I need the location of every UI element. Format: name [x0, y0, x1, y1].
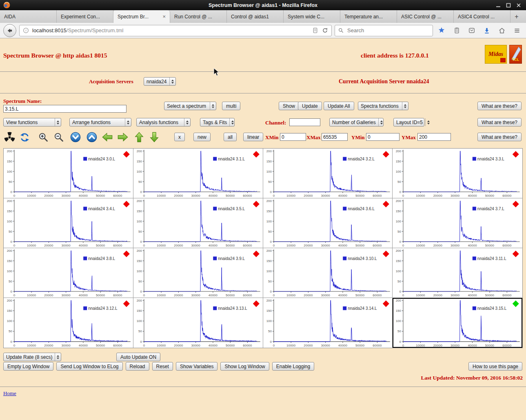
- view-functions-dropdown[interactable]: View functions: [3, 118, 61, 127]
- layout-id-dropdown[interactable]: Layout ID=5: [393, 118, 424, 127]
- tab-close-icon[interactable]: ×: [162, 14, 166, 19]
- bookmark-star-button[interactable]: [437, 26, 446, 36]
- multi-button[interactable]: multi: [222, 102, 240, 110]
- what-are-these-button-3[interactable]: What are these?: [477, 133, 522, 141]
- arrow-right-button[interactable]: [117, 131, 129, 143]
- browser-tab[interactable]: Temperature an...: [340, 10, 397, 23]
- pocket-button[interactable]: [467, 26, 477, 36]
- spectrum-panel[interactable]: 0501001502000100002000030000400005000060…: [393, 248, 522, 298]
- acquisition-server-select[interactable]: nnaida24: [144, 77, 176, 86]
- channel-input[interactable]: [289, 118, 320, 126]
- minimize-button[interactable]: [496, 3, 501, 8]
- analysis-functions-label: Analysis functions: [139, 120, 178, 125]
- back-button[interactable]: [3, 24, 16, 37]
- arrow-up-button[interactable]: [133, 131, 145, 143]
- spectrum-panel[interactable]: 0501001502000100002000030000400005000060…: [263, 198, 393, 248]
- what-are-these-button-1[interactable]: What are these?: [477, 102, 522, 110]
- spectrum-panel[interactable]: 0501001502000100002000030000400005000060…: [393, 149, 522, 198]
- send-log-window-to-elog-button[interactable]: Send Log Window to ELog: [56, 362, 122, 371]
- show-button[interactable]: Show: [279, 102, 299, 110]
- xmax-input[interactable]: [322, 133, 348, 141]
- analysis-functions-dropdown[interactable]: Analysis functions: [136, 118, 191, 127]
- spectrum-panel[interactable]: 0501001502000100002000030000400005000060…: [4, 198, 133, 248]
- show-variables-button[interactable]: Show Variables: [176, 362, 218, 371]
- legend-swatch: [473, 257, 476, 260]
- url-bar[interactable]: i localhost:8015/Spectrum/Spectrum.tml: [19, 25, 332, 36]
- svg-text:30000: 30000: [321, 244, 330, 247]
- spectrum-panel[interactable]: 0501001502000100002000030000400005000060…: [393, 198, 522, 248]
- what-are-these-button-2[interactable]: What are these?: [477, 118, 522, 127]
- arrow-left-button[interactable]: [101, 131, 113, 143]
- spectrum-panel[interactable]: 0501001502000100002000030000400005000060…: [133, 248, 263, 298]
- home-button[interactable]: [497, 26, 507, 36]
- number-of-galleries-dropdown[interactable]: Number of Galleries: [329, 118, 384, 127]
- browser-tab[interactable]: AIDA: [0, 10, 57, 23]
- svg-text:150: 150: [7, 259, 13, 263]
- close-button[interactable]: [516, 3, 521, 8]
- linear-button[interactable]: linear: [243, 133, 263, 141]
- select-spectrum-dropdown[interactable]: Select a spectrum: [164, 102, 216, 110]
- reader-mode-icon[interactable]: [312, 27, 319, 34]
- spectrum-panel[interactable]: 0501001502000100002000030000400005000060…: [133, 298, 263, 348]
- zoom-in-button[interactable]: [37, 131, 49, 143]
- update-all-button[interactable]: Update All: [324, 102, 354, 110]
- browser-tab[interactable]: Experiment Con...: [57, 10, 113, 23]
- enable-logging-button[interactable]: Enable Logging: [272, 362, 314, 371]
- arrange-functions-dropdown[interactable]: Arrange functions: [69, 118, 131, 127]
- arrow-down-circle-button[interactable]: [69, 131, 82, 143]
- browser-tab[interactable]: ASIC Control @ ...: [397, 10, 454, 23]
- refresh-button[interactable]: [18, 131, 31, 143]
- home-link[interactable]: Home: [3, 390, 16, 397]
- update-button[interactable]: Update: [298, 102, 322, 110]
- update-rate-dropdown[interactable]: Update Rate (8 secs): [3, 353, 61, 361]
- all-button[interactable]: all: [224, 133, 237, 141]
- how-to-use-button[interactable]: How to use this page: [468, 362, 522, 371]
- new-tab-button[interactable]: +: [510, 10, 523, 23]
- tags-fits-dropdown[interactable]: Tags & Fits: [200, 118, 235, 127]
- menu-button[interactable]: [512, 26, 522, 36]
- reload-icon[interactable]: [322, 27, 328, 34]
- browser-tab[interactable]: System wide C...: [284, 10, 340, 23]
- browser-tab[interactable]: Spectrum Br...×: [113, 10, 170, 23]
- x-button[interactable]: x: [174, 133, 185, 141]
- ymin-input[interactable]: [366, 133, 399, 141]
- reset-button[interactable]: Reset: [152, 362, 173, 371]
- midas-logo[interactable]: Midas: [485, 45, 507, 64]
- spectrum-panel[interactable]: 0501001502000100002000030000400005000060…: [4, 248, 133, 298]
- browser-tab[interactable]: Control @ aidas1: [227, 10, 284, 23]
- spectrum-chart: 0501001502000100002000030000400005000060…: [393, 248, 522, 298]
- maximize-button[interactable]: [506, 3, 511, 8]
- spectrum-panel[interactable]: 0501001502000100002000030000400005000060…: [133, 198, 263, 248]
- new-button[interactable]: new: [193, 133, 211, 141]
- search-input[interactable]: [346, 27, 430, 34]
- empty-log-window-button[interactable]: Empty Log Window: [3, 362, 53, 371]
- url-text[interactable]: localhost:8015/Spectrum/Spectrum.tml: [32, 27, 309, 33]
- spectrum-panel[interactable]: 0501001502000100002000030000400005000060…: [263, 298, 393, 348]
- spectrum-panel[interactable]: 0501001502000100002000030000400005000060…: [263, 149, 393, 198]
- auto-update-button[interactable]: Auto Update ON: [116, 353, 160, 361]
- spectrum-name-input[interactable]: [3, 105, 127, 113]
- bookmarks-menu-button[interactable]: [452, 26, 462, 36]
- ymax-input[interactable]: [417, 133, 451, 141]
- arrow-down-button[interactable]: [148, 131, 160, 143]
- reload-button[interactable]: Reload: [126, 362, 149, 371]
- svg-text:50000: 50000: [96, 194, 105, 198]
- xmin-input[interactable]: [280, 133, 306, 141]
- zoom-out-button[interactable]: [53, 131, 65, 143]
- radiation-button[interactable]: [3, 131, 16, 143]
- browser-tab[interactable]: ASIC4 Control ...: [454, 10, 510, 23]
- spectrum-panel[interactable]: 0501001502000100002000030000400005000060…: [393, 298, 522, 348]
- spectrum-panel[interactable]: 0501001502000100002000030000400005000060…: [133, 149, 263, 198]
- tcl-powered-logo[interactable]: TCL: [509, 45, 522, 64]
- spectrum-panel[interactable]: 0501001502000100002000030000400005000060…: [263, 248, 393, 298]
- legend-swatch: [473, 307, 476, 310]
- spectrum-panel[interactable]: 0501001502000100002000030000400005000060…: [4, 149, 133, 198]
- search-bar[interactable]: [335, 25, 433, 36]
- show-log-window-button[interactable]: Show Log Window: [220, 362, 269, 371]
- svg-text:60000: 60000: [243, 293, 252, 297]
- browser-tab[interactable]: Run Control @ ...: [170, 10, 227, 23]
- downloads-button[interactable]: [482, 26, 492, 36]
- arrow-up-circle-button[interactable]: [86, 131, 98, 143]
- spectra-functions-dropdown[interactable]: Spectra functions: [358, 102, 408, 110]
- spectrum-panel[interactable]: 0501001502000100002000030000400005000060…: [4, 298, 133, 348]
